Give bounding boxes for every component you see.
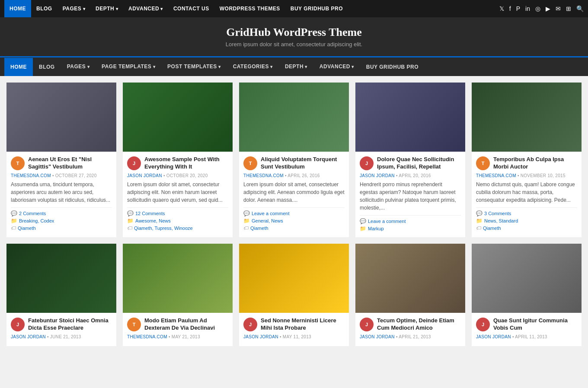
facebook-icon[interactable]: f — [509, 5, 511, 12]
post-tag-link-5[interactable]: Qiameth — [483, 226, 501, 231]
post-card-9: JTecum Optime, Deinde Etiam Cum Mediocri… — [355, 244, 465, 346]
post-comment-link-5[interactable]: 3 Comments — [484, 211, 511, 216]
post-category-link-5[interactable]: News, Standard — [484, 218, 518, 223]
top-nav-contact[interactable]: CONTACT US — [168, 0, 214, 17]
post-tags-5: 🏷 Qiameth — [476, 225, 577, 231]
post-body-9: JTecum Optime, Deinde Etiam Cum Mediocri… — [355, 313, 465, 346]
top-nav-wp-themes[interactable]: WORDPRESS THEMES — [214, 0, 285, 17]
post-thumbnail-8[interactable] — [239, 244, 349, 313]
post-byline-3: THEMESDNA.COM • APRIL 26, 2016 — [243, 173, 345, 178]
post-comments-4: 💬 Leave a comment — [360, 218, 461, 224]
post-byline-2: JASON JORDAN • OCTOBER 20, 2020 — [127, 173, 228, 178]
sec-nav-depth[interactable]: DEPTH — [279, 57, 313, 76]
sec-nav-advanced[interactable]: ADVANCED — [313, 57, 360, 76]
post-byline-10: JASON JORDAN • APRIL 11, 2013 — [476, 334, 577, 339]
top-nav-advanced[interactable]: ADVANCED — [123, 0, 168, 18]
post-category-link-1[interactable]: Breaking, Codex — [19, 218, 54, 223]
top-nav-icons: 𝕏 f P in ◎ ▶ ✉ ⊞ 🔍 — [499, 5, 584, 12]
post-comments-3: 💬 Leave a comment — [243, 210, 345, 216]
post-category-link-2[interactable]: Awesome, News — [135, 218, 171, 223]
twitter-icon[interactable]: 𝕏 — [499, 5, 504, 12]
post-excerpt-2: Lorem ipsum dolor sit amet, consectetur … — [127, 181, 228, 204]
instagram-icon[interactable]: ◎ — [535, 5, 540, 12]
post-body-3: TAliquid Voluptatem Torquent Sunt Vestib… — [239, 152, 349, 237]
sec-nav-home[interactable]: HOME — [4, 58, 33, 76]
comment-icon: 💬 — [11, 210, 17, 216]
post-categories-4: 📁 Markup — [360, 226, 461, 232]
top-nav-home[interactable]: HOME — [4, 0, 31, 17]
post-card-10: JQuae Sunt Igitur Communia Vobis CumJASO… — [472, 244, 582, 346]
pinterest-icon[interactable]: P — [516, 5, 520, 12]
post-body-4: JDolore Quae Nec Sollicitudin Ipsum, Fac… — [355, 152, 465, 237]
post-title-5[interactable]: Temporibus Ab Culpa Ipsa Morbi Auctor — [493, 156, 577, 171]
post-thumbnail-9[interactable] — [355, 244, 465, 313]
post-title-8[interactable]: Sed Nonne Merninisti Licere Mihi Ista Pr… — [261, 317, 345, 332]
post-avatar-4: J — [360, 156, 374, 170]
post-avatar-2: J — [127, 156, 141, 170]
post-thumbnail-6[interactable] — [6, 244, 116, 313]
post-thumbnail-1[interactable] — [6, 83, 116, 152]
post-card-6: JFatebuntur Stoici Haec Omnia Dicta Esse… — [6, 244, 116, 346]
post-category-link-3[interactable]: General, News — [252, 218, 283, 223]
post-body-8: JSed Nonne Merninisti Licere Mihi Ista P… — [239, 313, 349, 346]
post-tag-link-3[interactable]: Qiameth — [250, 226, 268, 231]
post-comment-link-4[interactable]: Leave a comment — [368, 219, 406, 224]
post-tag-link-1[interactable]: Qiameth — [18, 226, 36, 231]
tag-icon: 🏷 — [243, 225, 249, 231]
post-avatar-1: T — [11, 156, 25, 170]
post-categories-3: 📁 General, News — [243, 218, 345, 224]
linkedin-icon[interactable]: in — [525, 5, 530, 12]
search-icon[interactable]: 🔍 — [576, 5, 584, 12]
post-title-3[interactable]: Aliquid Voluptatem Torquent Sunt Vestibu… — [261, 156, 345, 171]
post-title-1[interactable]: Aenean Ut Eros Et "Nisl Sagittis" Vestib… — [28, 156, 112, 171]
post-title-4[interactable]: Dolore Quae Nec Sollicitudin Ipsum, Faci… — [377, 156, 461, 171]
post-thumbnail-5[interactable] — [472, 83, 582, 152]
post-excerpt-4: Hendrerit porro minus reprehenderit eges… — [360, 181, 461, 212]
post-thumbnail-7[interactable] — [123, 244, 233, 313]
post-avatar-3: T — [243, 156, 257, 170]
folder-icon: 📁 — [11, 218, 17, 224]
post-card-1: TAenean Ut Eros Et "Nisl Sagittis" Vesti… — [6, 83, 116, 237]
post-avatar-8: J — [243, 318, 257, 331]
top-nav-links: HOME BLOG PAGES DEPTH ADVANCED CONTACT U… — [4, 0, 348, 18]
email-icon[interactable]: ✉ — [556, 5, 561, 12]
post-comment-link-1[interactable]: 2 Comments — [19, 211, 46, 216]
sec-nav-buy-pro[interactable]: BUY GRIDHUB PRO — [360, 58, 425, 76]
top-nav-buy-pro[interactable]: BUY GRIDHUB PRO — [285, 0, 348, 17]
post-byline-5: THEMESDNA.COM • NOVEMBER 10, 2015 — [476, 173, 577, 178]
top-nav-depth[interactable]: DEPTH — [90, 0, 123, 18]
post-title-2[interactable]: Awesome Sample Post With Everything With… — [144, 156, 228, 171]
sec-nav-post-templates[interactable]: POST TEMPLATES — [161, 57, 227, 76]
sec-nav-blog[interactable]: BLOG — [33, 58, 61, 76]
post-thumbnail-4[interactable] — [355, 83, 465, 152]
post-thumbnail-3[interactable] — [239, 83, 349, 152]
post-comment-link-3[interactable]: Leave a comment — [252, 211, 289, 216]
rss-icon[interactable]: ⊞ — [566, 5, 571, 12]
post-avatar-9: J — [360, 318, 374, 331]
post-thumbnail-10[interactable] — [472, 244, 582, 313]
comment-icon: 💬 — [360, 218, 366, 224]
post-category-link-4[interactable]: Markup — [368, 226, 384, 231]
post-title-9[interactable]: Tecum Optime, Deinde Etiam Cum Mediocri … — [377, 317, 461, 332]
folder-icon: 📁 — [127, 218, 134, 224]
post-title-6[interactable]: Fatebuntur Stoici Haec Omnia Dicta Esse … — [28, 317, 112, 332]
site-title: GridHub WordPress Theme — [4, 26, 584, 39]
sec-nav-page-templates[interactable]: PAGE TEMPLATES — [96, 57, 161, 76]
post-avatar-5: T — [476, 156, 490, 170]
post-thumbnail-2[interactable] — [123, 83, 233, 152]
site-tagline: Lorem ipsum dolor sit amet, consectetur … — [4, 41, 584, 48]
post-card-8: JSed Nonne Merninisti Licere Mihi Ista P… — [239, 244, 349, 346]
youtube-icon[interactable]: ▶ — [546, 5, 550, 12]
folder-icon: 📁 — [243, 218, 250, 224]
post-comment-link-2[interactable]: 12 Comments — [135, 211, 165, 216]
post-avatar-7: T — [127, 318, 141, 331]
top-nav-pages[interactable]: PAGES — [58, 0, 90, 18]
sec-nav-pages[interactable]: PAGES — [61, 57, 96, 76]
top-nav-blog[interactable]: BLOG — [31, 0, 58, 17]
post-title-10[interactable]: Quae Sunt Igitur Communia Vobis Cum — [493, 317, 577, 332]
post-tag-link-2[interactable]: Qiameth, Tupress, Winooze — [134, 226, 193, 231]
post-body-5: TTemporibus Ab Culpa Ipsa Morbi AuctorTH… — [472, 152, 582, 237]
post-title-7[interactable]: Modo Etiam Paulum Ad Dexteram De Via Dec… — [144, 317, 228, 332]
sec-nav-categories[interactable]: CATEGORIES — [227, 57, 279, 76]
post-avatar-6: J — [11, 318, 25, 331]
